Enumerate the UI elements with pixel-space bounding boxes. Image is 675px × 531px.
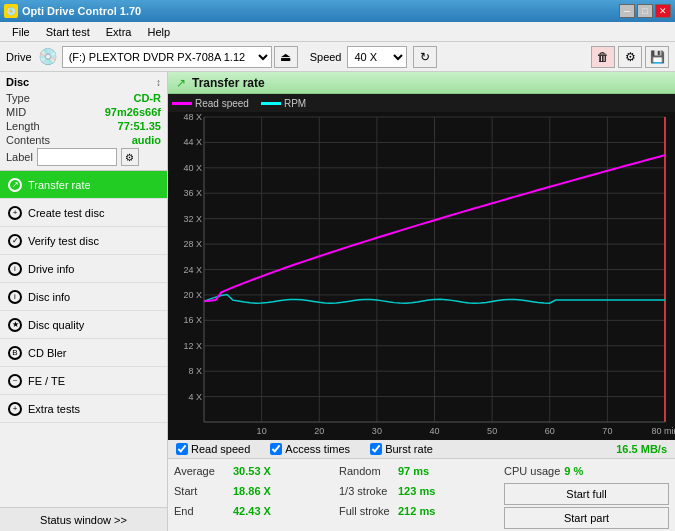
menu-help[interactable]: Help xyxy=(139,24,178,40)
transfer-rate-icon: ↗ xyxy=(8,178,22,192)
left-panel: Disc ↕ Type CD-R MID 97m26s66f Length 77… xyxy=(0,72,168,531)
access-times-checkbox[interactable] xyxy=(270,443,282,455)
drive-select-area: 💿 (F:) PLEXTOR DVDR PX-708A 1.12 ⏏ xyxy=(38,46,298,68)
start-full-button[interactable]: Start full xyxy=(504,483,669,505)
end-row: End 42.43 X xyxy=(174,501,339,521)
status-window-button[interactable]: Status window >> xyxy=(0,507,167,531)
legend-rpm: RPM xyxy=(261,98,306,109)
settings-button[interactable]: ⚙ xyxy=(618,46,642,68)
app-icon: 💿 xyxy=(4,4,18,18)
drive-bar: Drive 💿 (F:) PLEXTOR DVDR PX-708A 1.12 ⏏… xyxy=(0,42,675,72)
start-value: 18.86 X xyxy=(233,485,283,497)
nav-cd-bler[interactable]: B CD Bler xyxy=(0,339,167,367)
menu-extra[interactable]: Extra xyxy=(98,24,140,40)
title-bar: 💿 Opti Drive Control 1.70 ─ □ ✕ xyxy=(0,0,675,22)
cpu-label: CPU usage xyxy=(504,465,560,477)
label-gear-button[interactable]: ⚙ xyxy=(121,148,139,166)
menu-file[interactable]: File xyxy=(4,24,38,40)
drive-icon: 💿 xyxy=(38,47,58,66)
disc-quality-icon: ★ xyxy=(8,318,22,332)
mid-value: 97m26s66f xyxy=(105,106,161,118)
save-button[interactable]: 💾 xyxy=(645,46,669,68)
fullstroke-value: 212 ms xyxy=(398,505,448,517)
stats-col-3: CPU usage 9 % Start full Start part xyxy=(504,461,669,529)
contents-label: Contents xyxy=(6,134,50,146)
read-speed-checkbox[interactable] xyxy=(176,443,188,455)
mid-label: MID xyxy=(6,106,26,118)
start-part-button[interactable]: Start part xyxy=(504,507,669,529)
nav-drive-info[interactable]: i Drive info xyxy=(0,255,167,283)
nav-create-test-disc[interactable]: + Create test disc xyxy=(0,199,167,227)
cd-bler-icon: B xyxy=(8,346,22,360)
drive-info-icon: i xyxy=(8,262,22,276)
burst-rate-checkbox-label: Burst rate xyxy=(385,443,433,455)
extra-tests-icon: + xyxy=(8,402,22,416)
nav-transfer-rate[interactable]: ↗ Transfer rate xyxy=(0,171,167,199)
main-area: Disc ↕ Type CD-R MID 97m26s66f Length 77… xyxy=(0,72,675,531)
disc-contents-row: Contents audio xyxy=(6,134,161,146)
disc-length-row: Length 77:51.35 xyxy=(6,120,161,132)
rpm-color xyxy=(261,102,281,105)
verify-disc-icon: ✓ xyxy=(8,234,22,248)
stroke1-row: 1/3 stroke 123 ms xyxy=(339,481,504,501)
menu-start-test[interactable]: Start test xyxy=(38,24,98,40)
nav-extra-tests[interactable]: + Extra tests xyxy=(0,395,167,423)
average-label: Average xyxy=(174,465,229,477)
close-button[interactable]: ✕ xyxy=(655,4,671,18)
fe-te-icon: ~ xyxy=(8,374,22,388)
create-disc-icon: + xyxy=(8,206,22,220)
fullstroke-label: Full stroke xyxy=(339,505,394,517)
nav-menu: ↗ Transfer rate + Create test disc ✓ Ver… xyxy=(0,171,167,507)
random-row: Random 97 ms xyxy=(339,461,504,481)
read-speed-checkbox-item: Read speed xyxy=(176,443,250,455)
read-speed-checkbox-label: Read speed xyxy=(191,443,250,455)
stroke1-label: 1/3 stroke xyxy=(339,485,394,497)
legend-read-speed: Read speed xyxy=(172,98,249,109)
minimize-button[interactable]: ─ xyxy=(619,4,635,18)
burst-value: 16.5 MB/s xyxy=(616,443,667,455)
nav-disc-info[interactable]: i Disc info xyxy=(0,283,167,311)
burst-rate-checkbox[interactable] xyxy=(370,443,382,455)
maximize-button[interactable]: □ xyxy=(637,4,653,18)
drive-dropdown[interactable]: (F:) PLEXTOR DVDR PX-708A 1.12 xyxy=(62,46,272,68)
disc-title: Disc xyxy=(6,76,29,88)
burst-rate-checkbox-item: Burst rate xyxy=(370,443,433,455)
toolbar-right: 🗑 ⚙ 💾 xyxy=(591,46,669,68)
disc-section: Disc ↕ Type CD-R MID 97m26s66f Length 77… xyxy=(0,72,167,171)
erase-button[interactable]: 🗑 xyxy=(591,46,615,68)
random-label: Random xyxy=(339,465,394,477)
start-label: Start xyxy=(174,485,229,497)
stats-col-2: Random 97 ms 1/3 stroke 123 ms Full stro… xyxy=(339,461,504,529)
type-label: Type xyxy=(6,92,30,104)
chart-area xyxy=(168,112,675,440)
eject-button[interactable]: ⏏ xyxy=(274,46,298,68)
stats-col-1: Average 30.53 X Start 18.86 X End 42.43 … xyxy=(174,461,339,529)
menu-bar: File Start test Extra Help xyxy=(0,22,675,42)
cpu-row: CPU usage 9 % xyxy=(504,461,669,481)
stroke1-value: 123 ms xyxy=(398,485,448,497)
buttons-col: Start full Start part xyxy=(504,483,669,529)
end-value: 42.43 X xyxy=(233,505,283,517)
access-times-checkbox-item: Access times xyxy=(270,443,350,455)
disc-info-icon: i xyxy=(8,290,22,304)
nav-fe-te[interactable]: ~ FE / TE xyxy=(0,367,167,395)
read-speed-color xyxy=(172,102,192,105)
refresh-button[interactable]: ↻ xyxy=(413,46,437,68)
label-label: Label xyxy=(6,151,33,163)
label-input[interactable] xyxy=(37,148,117,166)
title-bar-left: 💿 Opti Drive Control 1.70 xyxy=(4,4,141,18)
nav-disc-quality[interactable]: ★ Disc quality xyxy=(0,311,167,339)
start-row: Start 18.86 X xyxy=(174,481,339,501)
random-value: 97 ms xyxy=(398,465,448,477)
disc-header: Disc ↕ xyxy=(6,76,161,88)
access-times-checkbox-label: Access times xyxy=(285,443,350,455)
nav-verify-test-disc[interactable]: ✓ Verify test disc xyxy=(0,227,167,255)
cpu-value: 9 % xyxy=(564,465,614,477)
drive-label: Drive xyxy=(6,51,32,63)
speed-dropdown[interactable]: 40 X xyxy=(347,46,407,68)
disc-type-row: Type CD-R xyxy=(6,92,161,104)
right-panel: ↗ Transfer rate Read speed RPM Read spee… xyxy=(168,72,675,531)
length-value: 77:51.35 xyxy=(118,120,161,132)
chart-title: Transfer rate xyxy=(192,76,265,90)
window-controls: ─ □ ✕ xyxy=(619,4,671,18)
